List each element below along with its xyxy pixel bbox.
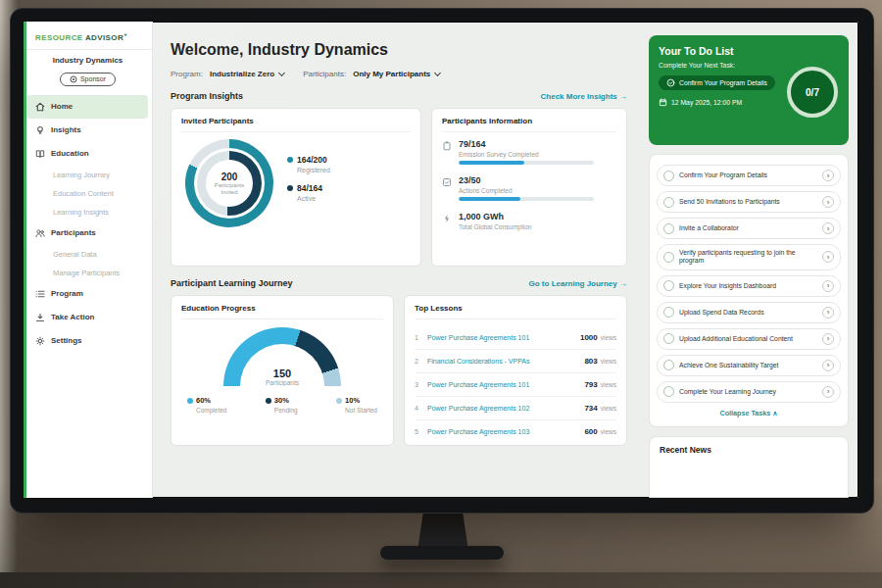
- calendar-icon: [659, 98, 667, 107]
- sidebar-item-program[interactable]: Program: [24, 282, 152, 306]
- task-row[interactable]: Confirm Your Program Details ›: [657, 165, 841, 186]
- todo-progress-ring: 0/7: [787, 67, 838, 118]
- nav-label: Take Action: [51, 313, 94, 321]
- invited-donut-ring-outer: 200 Participants Invited: [185, 139, 273, 227]
- progress-bar: [459, 197, 594, 201]
- sidebar-item-learning-insights[interactable]: Learning Insights: [24, 203, 152, 221]
- program-filter-label: Program:: [171, 70, 203, 78]
- chevron-right-icon[interactable]: ›: [822, 170, 834, 181]
- task-checkbox[interactable]: [663, 360, 674, 370]
- card-title: Top Lessons: [415, 304, 616, 319]
- stat-row-consumption: 1,000 GWh Total Global Consumption: [442, 212, 616, 233]
- sidebar-item-participants[interactable]: Participants: [24, 221, 152, 245]
- card-title: Invited Participants: [181, 117, 411, 132]
- list-icon: [35, 289, 45, 299]
- sidebar-item-take-action[interactable]: Take Action: [24, 306, 152, 329]
- sidebar-item-education-content[interactable]: Education Content: [24, 184, 152, 203]
- education-gauge-chart: 150 Participants: [223, 327, 341, 386]
- sponsor-badge[interactable]: Sponsor: [60, 73, 116, 86]
- chevron-right-icon[interactable]: ›: [822, 222, 834, 234]
- chevron-right-icon[interactable]: ›: [822, 196, 834, 208]
- chevron-right-icon[interactable]: ›: [822, 360, 834, 371]
- lesson-link[interactable]: Power Purchase Agreements 103: [427, 428, 584, 435]
- dashboard: RESOURCE ADVISOR+ Industry Dynamics Spon…: [24, 22, 858, 498]
- lesson-link[interactable]: Power Purchase Agreements 101: [427, 334, 580, 341]
- task-row[interactable]: Achieve One Sustainability Target ›: [657, 355, 841, 376]
- lesson-link[interactable]: Power Purchase Agreements 102: [427, 405, 584, 412]
- legend-dot: [287, 185, 293, 191]
- monitor-stand-neck: [417, 510, 468, 551]
- task-checkbox[interactable]: [663, 197, 674, 208]
- sidebar-item-settings[interactable]: Settings: [24, 329, 152, 353]
- invited-participants-card: Invited Participants 200 Participants In…: [171, 108, 421, 267]
- sidebar-item-general-data[interactable]: General Data: [24, 245, 152, 264]
- task-checkbox[interactable]: [663, 386, 674, 397]
- legend-dot: [187, 398, 193, 404]
- sidebar-item-learning-journey[interactable]: Learning Journey: [24, 166, 152, 184]
- next-task-chip[interactable]: Confirm Your Program Details: [659, 75, 775, 90]
- task-row[interactable]: Invite a Collaborator ›: [657, 218, 841, 239]
- todo-tasks-card: Confirm Your Program Details › Send 50 I…: [649, 154, 849, 427]
- progress-bar: [459, 161, 594, 165]
- chevron-right-icon[interactable]: ›: [822, 280, 834, 292]
- sponsor-badge-label: Sponsor: [80, 75, 106, 82]
- chevron-right-icon[interactable]: ›: [822, 307, 834, 318]
- sidebar: RESOURCE ADVISOR+ Industry Dynamics Spon…: [24, 22, 153, 498]
- legend-item-completed: 60% Completed: [187, 396, 226, 414]
- task-row[interactable]: Upload Additional Educational Content ›: [657, 328, 841, 350]
- task-checkbox[interactable]: [663, 223, 674, 234]
- todo-title: Your To Do List: [659, 45, 839, 57]
- home-icon: [35, 102, 45, 112]
- sidebar-item-education[interactable]: Education: [24, 142, 152, 166]
- legend-item-not-started: 10% Not Started: [336, 396, 377, 414]
- energy-icon: [442, 214, 452, 223]
- lesson-row: 3 Power Purchase Agreements 101 793views: [415, 373, 616, 397]
- screen: RESOURCE ADVISOR+ Industry Dynamics Spon…: [24, 22, 858, 498]
- card-title: Participants Information: [442, 117, 616, 132]
- lesson-row: 5 Power Purchase Agreements 103 600views: [415, 420, 616, 443]
- task-checkbox[interactable]: [663, 307, 674, 318]
- education-legend: 60% Completed 30% Pending 10% Not Starte…: [181, 390, 383, 414]
- nav-label: Insights: [51, 125, 81, 134]
- sidebar-item-insights[interactable]: Insights: [24, 119, 152, 142]
- monitor-bezel: RESOURCE ADVISOR+ Industry Dynamics Spon…: [10, 8, 874, 514]
- task-checkbox[interactable]: [663, 280, 674, 291]
- desk-edge: [0, 572, 882, 588]
- participants-filter-select[interactable]: Only My Participants: [353, 70, 440, 78]
- program-filter-select[interactable]: Industrialize Zero: [210, 70, 284, 78]
- education-progress-card: Education Progress 150 Participants: [171, 295, 394, 446]
- task-row[interactable]: Upload Spend Data Records ›: [657, 302, 841, 323]
- lesson-link[interactable]: Power Purchase Agreements 101: [427, 381, 584, 388]
- lesson-row: 1 Power Purchase Agreements 101 1000view…: [415, 326, 616, 350]
- nav-label: Home: [51, 102, 73, 111]
- task-row[interactable]: Explore Your Insights Dashboard ›: [657, 275, 841, 297]
- todo-summary-card: Your To Do List Complete Your Next Task:…: [649, 35, 849, 145]
- task-checkbox[interactable]: [663, 333, 674, 344]
- task-checkbox[interactable]: [663, 252, 674, 263]
- filters-row: Program: Industrialize Zero Participants…: [171, 70, 627, 78]
- task-row[interactable]: Verify participants requesting to join t…: [657, 244, 841, 270]
- sidebar-item-manage-participants[interactable]: Manage Participants: [24, 264, 152, 282]
- task-checkbox[interactable]: [663, 171, 674, 181]
- sponsor-icon: [70, 75, 77, 83]
- check-more-insights-link[interactable]: Check More Insights →: [541, 92, 627, 101]
- lightbulb-icon: [35, 125, 45, 135]
- collapse-tasks-link[interactable]: Collapse Tasks ∧: [657, 409, 841, 417]
- gear-icon: [35, 336, 45, 346]
- app-logo: RESOURCE ADVISOR+: [24, 22, 152, 49]
- recent-news-title: Recent News: [660, 445, 838, 455]
- task-row[interactable]: Send 50 Invitations to Participants ›: [657, 191, 841, 213]
- task-row[interactable]: Complete Your Learning Journey ›: [657, 381, 841, 403]
- top-lessons-card: Top Lessons 1 Power Purchase Agreements …: [404, 295, 627, 446]
- chevron-right-icon[interactable]: ›: [822, 333, 834, 345]
- chevron-right-icon[interactable]: ›: [822, 251, 834, 263]
- legend-dot: [266, 398, 271, 404]
- donut-center-label: Participants Invited: [211, 182, 248, 195]
- go-to-learning-journey-link[interactable]: Go to Learning Journey →: [529, 279, 627, 288]
- chevron-right-icon[interactable]: ›: [822, 386, 834, 398]
- sidebar-item-home[interactable]: Home: [26, 95, 148, 119]
- lesson-row: 2 Financial Considerations - VPPAs 803vi…: [415, 350, 616, 373]
- participants-filter-label: Participants:: [303, 70, 346, 78]
- sidebar-nav: Home Insights Education Learning Journey…: [24, 95, 152, 353]
- lesson-link[interactable]: Financial Considerations - VPPAs: [427, 358, 584, 365]
